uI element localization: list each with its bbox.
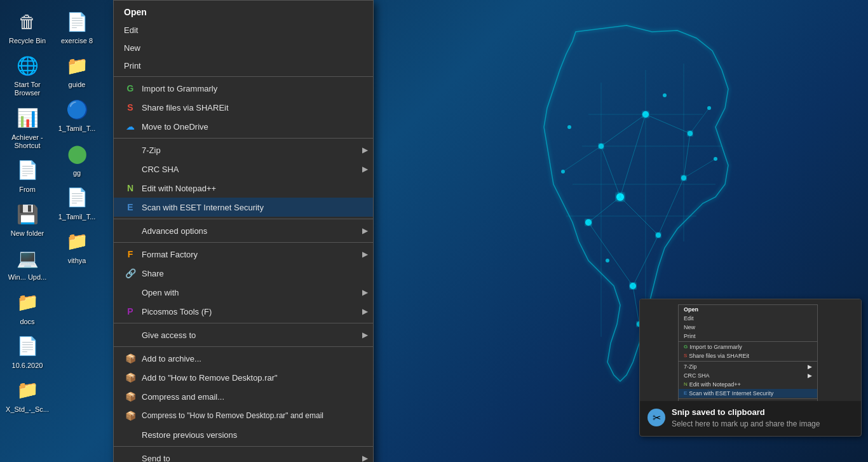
desktop-icon-guide[interactable]: 📄 exercise 8 bbox=[52, 5, 102, 49]
ctx-sep-7 bbox=[114, 446, 373, 447]
new-folder-icon: 📁 bbox=[15, 290, 40, 315]
ctx-picosmos[interactable]: P Picosmos Tools (F) ▶ bbox=[114, 302, 373, 321]
give-access-icon bbox=[124, 329, 137, 341]
windows-icon: 💻 bbox=[15, 245, 40, 271]
snip-notification[interactable]: Open Edit New Print G Import to Grammarl… bbox=[639, 299, 862, 437]
ctx-send-to[interactable]: Send to ▶ bbox=[114, 449, 373, 462]
compress-icon: 📦 bbox=[124, 390, 137, 403]
ctx-restore-versions[interactable]: Restore previous versions bbox=[114, 425, 373, 444]
snip-text-area: Snip saved to clipboard Select here to m… bbox=[672, 407, 820, 430]
ctx-sep-5 bbox=[114, 323, 373, 323]
desktop-icon-from[interactable]: 📄 From bbox=[3, 154, 52, 198]
desktop: 🗑 Recycle Bin 📊 Achiever - Shortcut 💾 Ne… bbox=[0, 0, 868, 462]
desktop-icon-vithya[interactable]: 📁 vithya bbox=[52, 225, 102, 269]
ctx-onedrive[interactable]: ☁ Move to OneDrive bbox=[114, 117, 373, 136]
ctx-open[interactable]: Open bbox=[114, 3, 373, 21]
ctx-send-to-label: Send to bbox=[142, 454, 170, 463]
ctx-add-rar-label: Add to "How to Remove Desktop.rar" bbox=[142, 373, 278, 383]
desktop-icon-achiever[interactable]: 📊 Achiever - Shortcut bbox=[3, 102, 52, 154]
snip-scissors-icon: ✂ bbox=[648, 409, 665, 426]
7zip-icon bbox=[124, 144, 137, 156]
ctx-shareit[interactable]: S Share files via SHAREit bbox=[114, 98, 373, 117]
tor-icon: 🌐 bbox=[15, 53, 40, 78]
ctx-grammarly-label: Import to Grammarly bbox=[142, 84, 217, 93]
desktop-icon-new-folder[interactable]: 📁 docs bbox=[3, 286, 52, 330]
xstd-icon: 📄 bbox=[15, 334, 40, 359]
advanced-icon bbox=[124, 224, 137, 237]
desktop-icon-recycle-bin[interactable]: 🗑 Recycle Bin bbox=[3, 5, 52, 49]
ctx-advanced[interactable]: Advanced options ▶ bbox=[114, 221, 373, 240]
achiever-label: Achiever - Shortcut bbox=[5, 133, 50, 150]
ctx-add-rar[interactable]: 📦 Add to "How to Remove Desktop.rar" bbox=[114, 368, 373, 387]
ctx-new[interactable]: New bbox=[114, 39, 373, 57]
exercise8-icon: ⬤ bbox=[64, 141, 90, 166]
desktop-icon-drive-bkp[interactable]: 💾 New folder bbox=[3, 198, 52, 241]
ctx-add-archive[interactable]: 📦 Add to archive... bbox=[114, 349, 373, 368]
ctx-advanced-label: Advanced options bbox=[142, 226, 207, 236]
ctx-crc-sha[interactable]: CRC SHA ▶ bbox=[114, 160, 373, 179]
ctx-share[interactable]: 🔗 Share bbox=[114, 264, 373, 283]
desktop-icon-xstd[interactable]: 📄 10.6.2020 bbox=[3, 330, 52, 374]
ctx-format-factory[interactable]: F Format Factory ▶ bbox=[114, 245, 373, 264]
tor-label: Start Tor Browser bbox=[5, 81, 50, 97]
recycle-bin-icon: 🗑 bbox=[15, 9, 40, 34]
svg-line-35 bbox=[563, 146, 601, 172]
vithya-icon: 📁 bbox=[64, 229, 90, 254]
ctx-notepad[interactable]: N Edit with Notepad++ bbox=[114, 179, 373, 198]
ctx-compress-rar-email-label: Compress to "How to Remove Desktop.rar" … bbox=[142, 411, 323, 420]
desktop-icon-docs[interactable]: 📁 X_Std_-_Sc... bbox=[3, 374, 52, 418]
ctx-compress-email[interactable]: 📦 Compress and email... bbox=[114, 387, 373, 406]
archive-icon: 📦 bbox=[124, 352, 137, 365]
ctx-onedrive-label: Move to OneDrive bbox=[142, 122, 208, 132]
ctx-7zip-label: 7-Zip bbox=[142, 146, 161, 155]
svg-line-26 bbox=[601, 146, 620, 197]
ctx-print[interactable]: Print bbox=[114, 57, 373, 74]
onedrive-icon: ☁ bbox=[124, 120, 137, 133]
achiever-icon: 📊 bbox=[15, 105, 40, 131]
snip-body: Select here to mark up and share the ima… bbox=[672, 419, 820, 430]
share-icon: 🔗 bbox=[124, 267, 137, 280]
ctx-sep-2 bbox=[114, 138, 373, 139]
ctx-compress-email-label: Compress and email... bbox=[142, 392, 224, 402]
restore-icon bbox=[124, 428, 137, 441]
ctx-edit[interactable]: Edit bbox=[114, 21, 373, 39]
ctx-give-access[interactable]: Give access to ▶ bbox=[114, 325, 373, 344]
format-arrow-icon: ▶ bbox=[362, 250, 368, 259]
ctx-eset[interactable]: E Scan with ESET Internet Security bbox=[114, 198, 373, 217]
desktop-icon-tor[interactable]: 🌐 Start Tor Browser bbox=[3, 49, 52, 101]
ctx-print-label: Print bbox=[124, 61, 141, 71]
svg-line-25 bbox=[620, 114, 646, 197]
give-access-arrow-icon: ▶ bbox=[362, 330, 368, 339]
guide-icon: 📄 bbox=[64, 9, 90, 34]
send-to-icon bbox=[124, 452, 137, 462]
tamil-label: 1_Tamil_T... bbox=[58, 213, 96, 221]
ctx-edit-label: Edit bbox=[124, 25, 138, 35]
ctx-restore-label: Restore previous versions bbox=[142, 430, 237, 440]
ctx-compress-rar-email[interactable]: 📦 Compress to "How to Remove Desktop.rar… bbox=[114, 406, 373, 425]
desktop-icon-tamil[interactable]: 📄 1_Tamil_T... bbox=[52, 181, 102, 225]
ctx-share-label: Share bbox=[142, 269, 164, 278]
snip-title: Snip saved to clipboard bbox=[672, 407, 820, 417]
format-factory-icon: F bbox=[124, 248, 137, 261]
ctx-grammarly[interactable]: G Import to Grammarly bbox=[114, 79, 373, 98]
ctx-new-label: New bbox=[124, 43, 140, 53]
windows-label: Win... Upd... bbox=[8, 273, 47, 282]
ctx-sep-3 bbox=[114, 219, 373, 219]
desktop-icon-windows[interactable]: 💻 Win... Upd... bbox=[3, 241, 52, 285]
gg-icon: 🔵 bbox=[64, 97, 90, 122]
shareit-icon: S bbox=[124, 101, 137, 114]
open-with-icon bbox=[124, 286, 137, 299]
desktop-icon-exercise8[interactable]: ⬤ gg bbox=[52, 137, 102, 181]
ctx-open-with[interactable]: Open with ▶ bbox=[114, 283, 373, 302]
crc-icon bbox=[124, 163, 137, 175]
desktop-icon-date-folder[interactable]: 📁 guide bbox=[52, 49, 102, 93]
vithya-label: vithya bbox=[68, 257, 86, 265]
snip-content[interactable]: ✂ Snip saved to clipboard Select here to… bbox=[640, 401, 861, 436]
ctx-7zip[interactable]: 7-Zip ▶ bbox=[114, 140, 373, 160]
new-folder-label: docs bbox=[20, 318, 34, 326]
ctx-open-label: Open bbox=[124, 7, 147, 17]
context-menu: Open Edit New Print G Import to Grammarl… bbox=[113, 0, 374, 462]
notepad-icon: N bbox=[124, 182, 137, 194]
svg-point-20 bbox=[663, 93, 667, 97]
desktop-icon-gg[interactable]: 🔵 1_Tamil_T... bbox=[52, 93, 102, 137]
